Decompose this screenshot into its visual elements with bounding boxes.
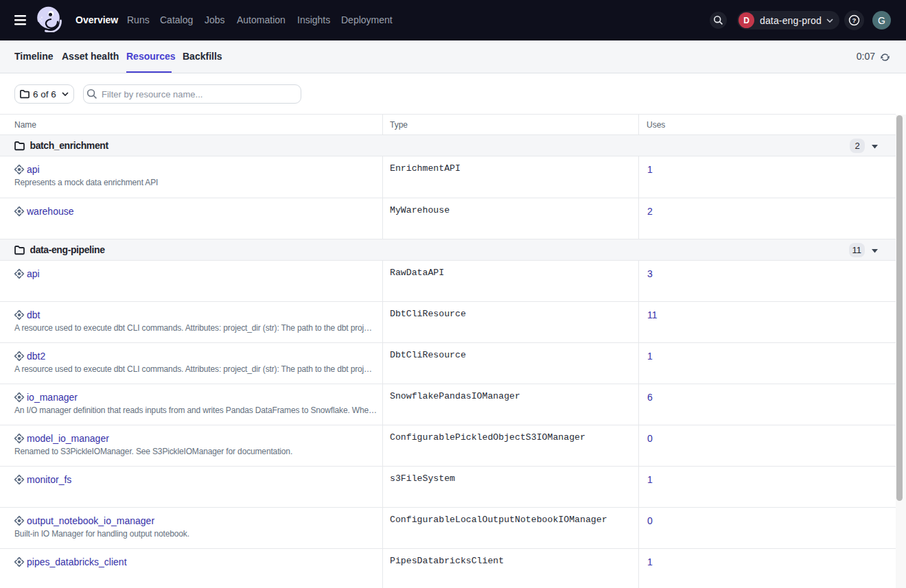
- svg-text:?: ?: [852, 16, 857, 24]
